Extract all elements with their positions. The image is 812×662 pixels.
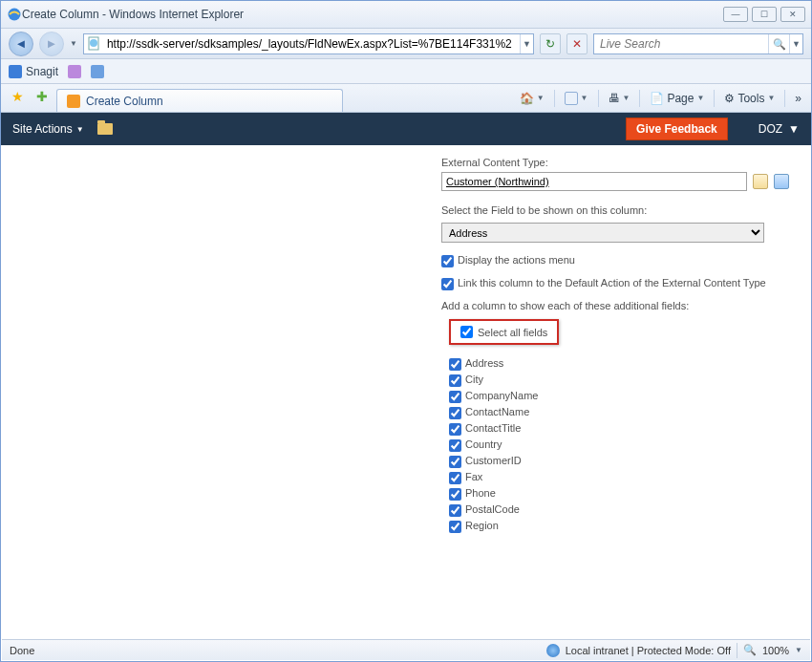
favorites-icon[interactable]: ★ bbox=[7, 88, 28, 109]
sharepoint-ribbon: Site Actions ▼ Give Feedback DOZ ▼ bbox=[1, 113, 811, 145]
tools-menu[interactable]: ⚙Tools▼ bbox=[720, 92, 779, 105]
field-label: Phone bbox=[465, 487, 496, 499]
field-select-row: Select the Field to be shown on this col… bbox=[441, 204, 789, 243]
field-checkbox[interactable] bbox=[449, 521, 461, 533]
search-icon[interactable]: 🔍 bbox=[768, 34, 789, 53]
field-label: Country bbox=[465, 438, 502, 450]
svg-point-2 bbox=[90, 39, 97, 47]
separator bbox=[554, 90, 555, 107]
external-content-type-input[interactable] bbox=[441, 172, 747, 191]
field-row: ContactTitle bbox=[449, 422, 789, 436]
field-row: ContactName bbox=[449, 406, 789, 419]
minimize-button[interactable]: — bbox=[723, 7, 748, 22]
field-checkbox[interactable] bbox=[449, 488, 461, 501]
site-actions-menu[interactable]: Site Actions ▼ bbox=[12, 122, 84, 136]
feeds-button[interactable]: ▼ bbox=[561, 92, 592, 105]
separator bbox=[784, 90, 785, 107]
forward-button[interactable]: ► bbox=[39, 32, 64, 56]
field-label: Region bbox=[465, 520, 499, 531]
home-button[interactable]: 🏠▼ bbox=[516, 92, 548, 105]
select-all-highlight: Select all fields bbox=[449, 319, 559, 345]
field-label: Fax bbox=[465, 471, 482, 482]
chevron-down-icon: ▼ bbox=[537, 94, 545, 102]
browse-folder-icon[interactable] bbox=[97, 123, 113, 135]
chevron-down-icon: ▼ bbox=[788, 122, 800, 136]
separator bbox=[598, 90, 599, 107]
field-label: PostalCode bbox=[465, 503, 520, 515]
zone-icon bbox=[546, 644, 560, 657]
browse-entity-icon[interactable] bbox=[774, 174, 789, 189]
separator bbox=[737, 643, 737, 658]
field-checkbox[interactable] bbox=[449, 423, 461, 436]
field-checkbox[interactable] bbox=[449, 391, 461, 403]
snagit-button[interactable]: Snagit bbox=[9, 65, 58, 78]
zoom-icon[interactable]: 🔍 bbox=[743, 644, 757, 656]
print-icon: 🖶 bbox=[609, 92, 620, 105]
url-dropdown-icon[interactable]: ▼ bbox=[520, 34, 533, 53]
security-zone: Local intranet | Protected Mode: Off bbox=[566, 645, 731, 656]
field-checkbox[interactable] bbox=[449, 407, 461, 419]
maximize-button[interactable]: ☐ bbox=[752, 7, 777, 22]
stop-button[interactable]: ✕ bbox=[566, 33, 588, 54]
site-actions-label: Site Actions bbox=[12, 122, 73, 136]
window-titlebar: Create Column - Windows Internet Explore… bbox=[1, 1, 811, 29]
content-scroll[interactable]: External Content Type: Select the Field … bbox=[2, 145, 810, 638]
snagit-icon bbox=[9, 65, 22, 78]
tab-row: ★ ✚ Create Column 🏠▼ ▼ 🖶▼ 📄Page▼ ⚙Tools▼… bbox=[1, 84, 811, 113]
display-actions-label: Display the actions menu bbox=[458, 254, 575, 266]
search-dropdown-icon[interactable]: ▼ bbox=[789, 34, 802, 53]
field-row: Phone bbox=[449, 487, 789, 501]
tab-page-icon bbox=[67, 95, 80, 108]
field-row: Address bbox=[449, 357, 789, 371]
link-default-checkbox[interactable] bbox=[441, 278, 454, 290]
field-checkbox[interactable] bbox=[449, 456, 461, 468]
status-right: Local intranet | Protected Mode: Off 🔍 1… bbox=[546, 643, 802, 658]
separator bbox=[639, 90, 640, 107]
address-bar[interactable]: ▼ bbox=[83, 33, 534, 54]
search-input[interactable] bbox=[594, 34, 768, 53]
zoom-level[interactable]: 100% bbox=[762, 645, 789, 656]
tab-create-column[interactable]: Create Column bbox=[56, 89, 343, 112]
print-button[interactable]: 🖶▼ bbox=[605, 92, 634, 105]
address-bar-row: ◄ ► ▼ ▼ ↻ ✕ 🔍 ▼ bbox=[1, 29, 811, 59]
url-input[interactable] bbox=[105, 34, 520, 53]
link-default-row: Link this column to the Default Action o… bbox=[441, 277, 789, 290]
add-favorite-icon[interactable]: ✚ bbox=[32, 88, 53, 109]
field-select[interactable]: Address bbox=[441, 223, 764, 243]
refresh-button[interactable]: ↻ bbox=[540, 33, 561, 54]
field-checkbox[interactable] bbox=[449, 439, 461, 452]
field-label: City bbox=[465, 374, 483, 385]
addon-icon-1[interactable] bbox=[68, 65, 81, 78]
page-icon bbox=[87, 36, 102, 52]
page-menu[interactable]: 📄Page▼ bbox=[646, 92, 708, 105]
give-feedback-button[interactable]: Give Feedback bbox=[626, 117, 728, 140]
field-label: CustomerID bbox=[465, 455, 522, 466]
search-box[interactable]: 🔍 ▼ bbox=[593, 33, 803, 54]
additional-fields-list: AddressCityCompanyNameContactNameContact… bbox=[449, 357, 789, 533]
field-checkbox[interactable] bbox=[449, 374, 461, 387]
field-row: Region bbox=[449, 520, 789, 533]
external-content-type-row bbox=[441, 172, 789, 191]
command-bar: 🏠▼ ▼ 🖶▼ 📄Page▼ ⚙Tools▼ » bbox=[516, 90, 805, 107]
separator bbox=[714, 90, 715, 107]
select-all-checkbox[interactable] bbox=[460, 326, 473, 338]
display-actions-row: Display the actions menu bbox=[441, 254, 789, 267]
field-checkbox[interactable] bbox=[449, 472, 461, 484]
display-actions-checkbox[interactable] bbox=[441, 255, 454, 267]
history-dropdown-icon[interactable]: ▼ bbox=[70, 39, 77, 48]
close-button[interactable]: ✕ bbox=[780, 7, 805, 22]
user-label: DOZ bbox=[759, 122, 782, 136]
overflow-icon[interactable]: » bbox=[791, 92, 805, 105]
field-checkbox[interactable] bbox=[449, 504, 461, 517]
tab-label: Create Column bbox=[86, 95, 163, 108]
back-button[interactable]: ◄ bbox=[9, 32, 33, 56]
addon-icon-2[interactable] bbox=[91, 65, 104, 78]
status-bar: Done Local intranet | Protected Mode: Of… bbox=[2, 639, 810, 660]
gear-icon: ⚙ bbox=[724, 92, 735, 105]
field-checkbox[interactable] bbox=[449, 358, 461, 371]
check-entity-icon[interactable] bbox=[753, 174, 768, 189]
page-menu-label: Page bbox=[667, 92, 694, 105]
chevron-down-icon[interactable]: ▼ bbox=[795, 646, 802, 654]
user-menu[interactable]: DOZ ▼ bbox=[759, 122, 800, 136]
window-controls: — ☐ ✕ bbox=[723, 7, 805, 22]
